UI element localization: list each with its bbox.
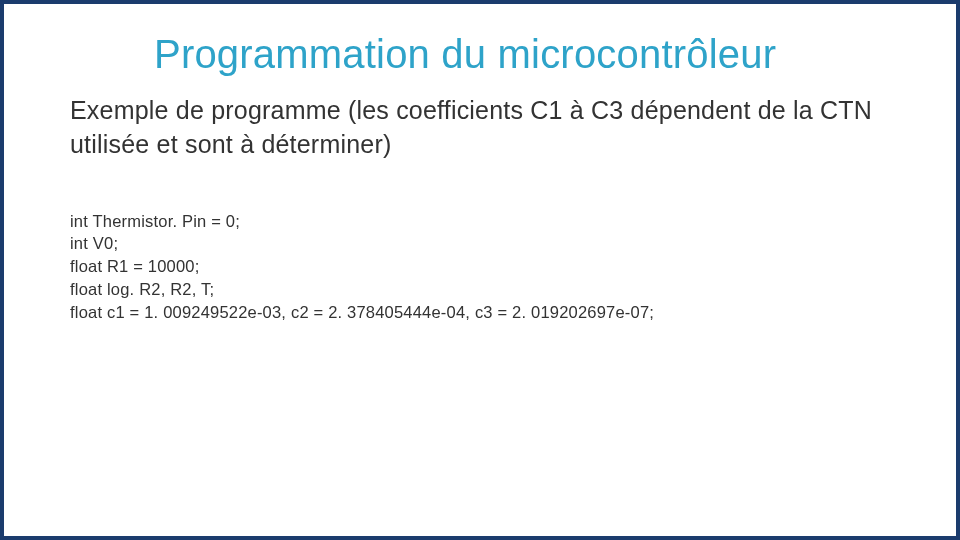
code-line: float log. R2, R2, T; <box>70 278 902 301</box>
code-line: int V0; <box>70 232 902 255</box>
code-line: int Thermistor. Pin = 0; <box>70 210 902 233</box>
code-line: float R1 = 10000; <box>70 255 902 278</box>
code-block: int Thermistor. Pin = 0; int V0; float R… <box>70 210 902 324</box>
slide-subtitle: Exemple de programme (les coefficients C… <box>70 94 902 162</box>
slide-title: Programmation du microcontrôleur <box>154 32 902 76</box>
code-line: float c1 = 1. 009249522e-03, c2 = 2. 378… <box>70 301 902 324</box>
slide: Programmation du microcontrôleur Exemple… <box>0 0 960 540</box>
